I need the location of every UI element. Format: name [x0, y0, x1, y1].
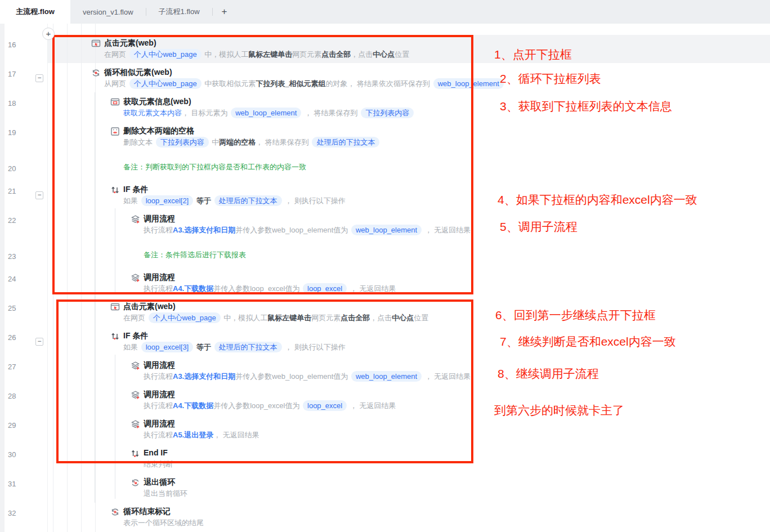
tab-bar: 主流程.flow version_v1.flow 子流程1.flow + — [0, 0, 770, 24]
line-number: 20 — [8, 164, 16, 173]
annotation-text: 5、调用子流程 — [500, 219, 578, 235]
annotation-red-box — [52, 35, 473, 294]
exit-loop-icon — [131, 478, 140, 488]
annotation-text: 2、循环下拉框列表 — [500, 71, 601, 87]
collapse-button[interactable]: − — [35, 74, 43, 82]
line-number: 24 — [8, 275, 16, 283]
step-title[interactable]: 退出循环 — [144, 477, 175, 488]
annotation-red-box — [56, 299, 473, 463]
step-description: 退出当前循环 — [144, 488, 187, 499]
line-number: 22 — [8, 216, 16, 225]
step-description: 表示一个循环区域的结尾 — [123, 517, 204, 529]
line-number: 18 — [8, 99, 16, 108]
line-number: 30 — [8, 450, 16, 459]
annotation-text: 1、点开下拉框 — [494, 47, 572, 62]
loop-end-icon — [110, 507, 120, 517]
add-node-button[interactable]: + — [42, 28, 55, 40]
step-title[interactable]: 循环结束标记 — [123, 507, 171, 517]
annotation-text: 4、如果下拉框的内容和excel内容一致 — [498, 192, 697, 208]
line-number: 32 — [8, 509, 16, 517]
line-number: 26 — [8, 333, 16, 342]
tab-sub-flow-1[interactable]: 子流程1.flow — [146, 0, 212, 24]
description-text: 退出当前循环 — [144, 489, 187, 498]
new-tab-button[interactable]: + — [213, 0, 236, 24]
annotation-text: 3、获取到下拉框列表的文本信息 — [500, 99, 672, 114]
line-number: 21 — [8, 187, 16, 195]
tab-main-flow[interactable]: 主流程.flow — [0, 0, 70, 24]
tab-version-v1-flow[interactable]: version_v1.flow — [70, 0, 146, 24]
line-number: 25 — [8, 304, 16, 312]
line-number: 23 — [8, 252, 16, 261]
annotation-text: 到第六步的时候就卡主了 — [494, 403, 624, 418]
annotation-text: 8、继续调用子流程 — [498, 366, 599, 382]
description-text: 表示一个循环区域的结尾 — [123, 518, 204, 527]
line-number: 28 — [8, 392, 16, 400]
collapse-button[interactable]: − — [35, 338, 43, 346]
collapse-button[interactable]: − — [35, 191, 43, 199]
line-number: 17 — [8, 70, 16, 78]
line-number: 27 — [8, 363, 16, 371]
line-number: 19 — [8, 128, 16, 137]
gutter-divider — [47, 24, 48, 532]
left-strip — [0, 24, 5, 532]
line-number: 29 — [8, 421, 16, 430]
annotation-text: 7、继续判断是否和excel内容一致 — [500, 334, 676, 350]
line-number: 16 — [8, 41, 16, 49]
annotation-text: 6、回到第一步继续点开下拉框 — [495, 307, 656, 323]
line-number: 31 — [8, 480, 16, 488]
